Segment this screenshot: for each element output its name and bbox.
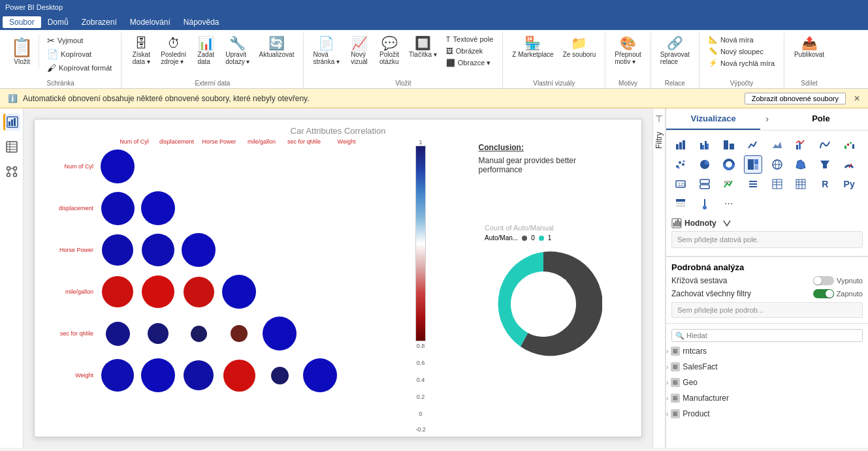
filters-sidebar[interactable]: ⊤ Filtry [652,108,666,448]
krizova-sestava-state: Vypnuto [837,277,863,285]
svg-rect-1 [8,121,10,126]
viz-treemap[interactable] [744,155,762,174]
copy-format-button[interactable]: 🖌 Kopírovat formát [43,61,116,74]
viz-table[interactable] [768,175,786,193]
copy-format-icon: 🖌 [47,63,56,73]
refresh-button[interactable]: 🔄 Aktualizovat [255,34,298,61]
analysis-drop-area[interactable]: Sem přidejte pole podrob... [671,302,863,318]
report-view-icon[interactable] [3,114,20,131]
viz-brush[interactable] [696,194,714,213]
field-search-input[interactable] [671,329,863,342]
krizova-sestava-track[interactable] [813,276,834,285]
tab-vizualizace[interactable]: Vizualizace [666,108,760,130]
viz-line[interactable] [744,136,762,154]
buttons-button[interactable]: 🔲 Tlačítka ▾ [405,34,441,61]
svg-point-39 [683,161,685,163]
svg-rect-64 [796,179,805,189]
main-layout: Car Attributes Correlation Num of Cyl di… [0,108,868,448]
sdilet-label: Sdílet [784,80,834,87]
viz-gauge[interactable] [840,155,858,174]
copy-button[interactable]: 📄 Kopírovat [43,48,116,61]
from-file-button[interactable]: 📁 Ze souboru [559,34,600,61]
new-quick-measure-button[interactable]: ⚡ Nová rychlá míra [705,57,779,69]
theme-button[interactable]: 🎨 Přepnoutmotiv ▾ [611,34,645,68]
show-restored-button[interactable]: Zobrazit obnovené soubory [745,93,846,104]
viz-funnel[interactable] [816,155,834,174]
menu-item-zobrazeni[interactable]: Zobrazení [75,16,123,28]
viz-line-clustered[interactable] [792,136,810,154]
svg-point-12 [13,174,16,177]
corr-cell-2-2 [178,230,219,270]
col-label-1: displacement [155,138,198,145]
field-group-header-salesfact[interactable]: › ⊞ SalesFact [666,360,868,373]
field-group-header-product[interactable]: › ⊞ Product [666,407,868,420]
viz-area[interactable] [768,136,786,154]
get-data-button[interactable]: 🗄 Získatdata ▾ [127,34,155,68]
publish-button[interactable]: 📤 Publikovat [790,34,829,61]
krizova-sestava-toggle[interactable]: Vypnuto [813,276,863,285]
menu-item-soubor[interactable]: Soubor [3,16,41,28]
image-button[interactable]: 🖼 Obrázek [442,46,498,56]
field-group-header-rntcars[interactable]: › ⊞ rntcars [666,345,868,358]
viz-stacked-bar[interactable] [671,136,690,154]
viz-stacked-col[interactable] [720,136,738,154]
viz-donut[interactable] [720,155,738,174]
zachovat-filtry-toggle[interactable]: Zapnuto [813,289,863,298]
menu-item-napoveda[interactable]: Nápověda [177,16,226,28]
recent-sources-button[interactable]: ⏱ Poslednízdroje ▾ [157,34,190,68]
new-page-label: Novástránka ▾ [313,51,340,65]
clipboard-row: 📋 Vložit ✂ Vyjmout 📄 Kopírovat 🖌 Kopírov… [5,34,116,74]
shapes-button[interactable]: ⬛ Obrazce ▾ [442,57,498,69]
field-group-header-manufacturer[interactable]: › ⊞ Manufacturer [666,392,868,405]
ribbon-group-externi: 🗄 Získatdata ▾ ⏱ Poslednízdroje ▾ 📊 Zada… [121,33,304,88]
viz-more[interactable]: ··· [720,194,738,213]
viz-kpi[interactable]: KPI [720,175,738,193]
new-visual-button[interactable]: 📈 Novývizuál [345,34,374,68]
viz-matrix[interactable] [792,175,810,193]
cut-button[interactable]: ✂ Vyjmout [43,34,116,47]
viz-ribbon[interactable] [816,136,834,154]
tab-pole[interactable]: Pole [774,108,868,130]
expand-panel-button[interactable]: › [760,108,774,130]
svg-rect-33 [850,142,852,144]
field-group-header-geo[interactable]: › ⊞ Geo [666,376,868,389]
data-view-icon[interactable] [3,138,20,155]
ask-question-button[interactable]: 💬 Položitotázku [375,34,404,68]
zachovat-filtry-track[interactable] [813,289,834,298]
menu-item-modelovani[interactable]: Modelování [123,16,177,28]
filters-label[interactable]: Filtry [654,132,664,149]
close-notification-icon[interactable]: ✕ [854,94,860,103]
marketplace-label: Z Marketplace [512,51,553,58]
new-column-button[interactable]: 📏 Nový sloupec [705,46,779,57]
viz-waterfall[interactable] [840,136,858,154]
manage-relations-button[interactable]: 🔗 Spravovatrelace [656,34,694,68]
text-field-icon: T [446,35,451,43]
viz-slicer[interactable] [744,175,762,193]
text-field-button[interactable]: T Textové pole [442,34,498,44]
marketplace-button[interactable]: 🏪 Z Marketplace [508,34,557,61]
viz-grid: 123 KPI R Py [671,136,863,213]
row-label-2: Horse Power [45,247,97,253]
viz-r-script[interactable]: R [816,175,834,193]
enter-data-button[interactable]: 📊 Zadatdata [191,34,220,68]
krizova-sestava-row: Křížová sestava Vypnuto [671,276,863,285]
viz-clustered-bar[interactable] [696,136,714,154]
viz-scatter[interactable] [671,155,690,174]
menu-item-domu[interactable]: Domů [41,16,75,28]
col-label-0: Num of Cyl [113,138,155,145]
model-view-icon[interactable] [3,163,20,180]
viz-filled-map[interactable] [792,155,810,174]
canvas-area: Car Attributes Correlation Num of Cyl di… [24,108,652,448]
new-page-button[interactable]: 📄 Novástránka ▾ [309,34,344,68]
viz-python[interactable]: Py [840,175,858,193]
hodnoty-drop-area[interactable]: Sem přidejte datová pole. [671,231,863,248]
viz-multi-row-card[interactable] [696,175,714,193]
viz-map[interactable] [768,155,786,174]
viz-card[interactable]: 123 [671,175,690,193]
viz-table2[interactable] [671,194,690,213]
viz-pie[interactable] [696,155,714,174]
paste-button[interactable]: 📋 Vložit [5,34,39,68]
new-measure-button[interactable]: 📐 Nová míra [705,34,779,45]
col-label-4: sec for qMile [283,138,325,145]
edit-queries-button[interactable]: 🔧 Upravitdotazy ▾ [221,34,253,68]
